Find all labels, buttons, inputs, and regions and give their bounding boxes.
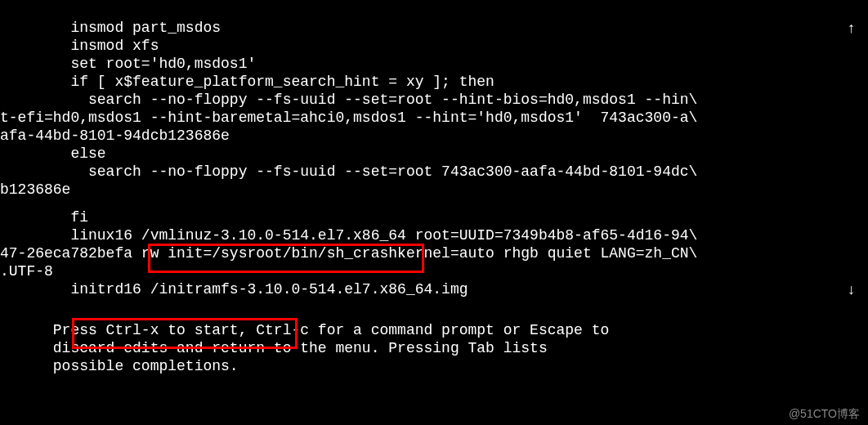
grub-line[interactable]: if [ x$feature_platform_search_hint = xy… [0, 74, 868, 90]
grub-line[interactable]: fi [0, 209, 868, 226]
grub-line[interactable]: set root='hd0,msdos1' [0, 56, 868, 72]
grub-edit-screen[interactable]: ↑ insmod part_msdos insmod xfs set root=… [0, 0, 868, 425]
grub-help-text: possible completions. [0, 358, 868, 374]
grub-help-text: Press Ctrl-x to start, Ctrl-c for a comm… [0, 322, 868, 338]
grub-line[interactable]: b123686e [0, 181, 868, 198]
grub-line[interactable]: else [0, 145, 868, 162]
grub-line[interactable]: search --no-floppy --fs-uuid --set=root … [0, 163, 868, 180]
grub-help-text: discard edits and return to the menu. Pr… [0, 340, 868, 356]
grub-line[interactable]: insmod part_msdos [0, 20, 868, 36]
grub-line[interactable]: afa-44bd-8101-94dcb123686e [0, 128, 868, 144]
grub-line[interactable]: initrd16 /initramfs-3.10.0-514.el7.x86_6… [0, 281, 868, 298]
grub-line[interactable]: .UTF-8 [0, 263, 868, 280]
watermark: @51CTO博客 [789, 407, 860, 422]
grub-line[interactable]: linux16 /vmlinuz-3.10.0-514.el7.x86_64 r… [0, 227, 868, 244]
grub-line[interactable]: insmod xfs [0, 38, 868, 54]
grub-line[interactable]: search --no-floppy --fs-uuid --set=root … [0, 92, 868, 108]
scroll-down-arrow-icon: ↓ [848, 281, 855, 298]
grub-line[interactable]: t-efi=hd0,msdos1 --hint-baremetal=ahci0,… [0, 110, 868, 126]
grub-line-kernel-args[interactable]: 47-26eca782befa rw init=/sysroot/bin/sh_… [0, 245, 868, 262]
